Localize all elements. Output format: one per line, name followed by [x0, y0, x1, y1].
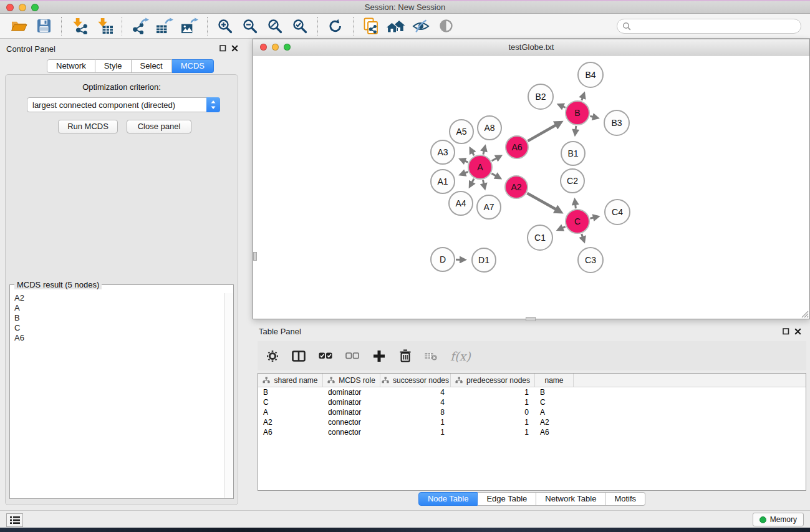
delete-table-button[interactable]	[425, 352, 437, 360]
edge-A6-B[interactable]	[528, 122, 561, 141]
zoom-fit-button[interactable]	[264, 16, 286, 36]
import-table-button[interactable]	[94, 16, 115, 36]
add-column-button[interactable]	[372, 349, 386, 363]
export-image-button[interactable]	[179, 16, 200, 36]
memory-button[interactable]: Memory	[753, 513, 804, 526]
edge-A-A4[interactable]	[470, 179, 475, 186]
node-A8[interactable]: A8	[478, 116, 501, 140]
edge-A-A5[interactable]	[470, 148, 474, 155]
network-vertical-scroll-thumb[interactable]	[253, 252, 257, 261]
node-A[interactable]: A	[468, 155, 492, 179]
node-B[interactable]: B	[566, 101, 589, 125]
table-row[interactable]: A6connector11A6	[258, 427, 806, 437]
deselect-all-button[interactable]	[345, 352, 359, 360]
float-panel-icon[interactable]	[219, 45, 226, 52]
column-header-successor-nodes[interactable]: successor nodes	[380, 374, 451, 387]
function-builder-button[interactable]: f(x)	[450, 349, 471, 363]
table-tab-node-table[interactable]: Node Table	[418, 492, 478, 506]
node-B1[interactable]: B1	[561, 142, 585, 165]
node-C1[interactable]: C1	[528, 225, 552, 250]
node-C2[interactable]: C2	[561, 169, 584, 193]
node-C4[interactable]: C4	[605, 200, 630, 225]
app-titlebar[interactable]: Session: New Session	[0, 0, 810, 14]
node-C[interactable]: C	[566, 210, 589, 233]
zoom-out-button[interactable]	[239, 16, 261, 36]
node-D1[interactable]: D1	[472, 248, 496, 272]
tab-mcds[interactable]: MCDS	[172, 59, 214, 73]
column-header-MCDS-role[interactable]: MCDS role	[323, 374, 380, 387]
edge-A-A1[interactable]	[461, 172, 468, 175]
search-box[interactable]	[617, 19, 801, 34]
node-A6[interactable]: A6	[506, 136, 528, 158]
table-tab-network-table[interactable]: Network Table	[536, 492, 605, 506]
node-A4[interactable]: A4	[449, 191, 473, 215]
table-settings-button[interactable]	[266, 350, 279, 362]
edge-A2-C[interactable]	[527, 193, 561, 212]
close-table-panel-icon[interactable]	[794, 328, 801, 335]
mcds-result-item-a6[interactable]: A6	[11, 333, 224, 343]
task-history-button[interactable]	[6, 513, 23, 527]
node-A3[interactable]: A3	[431, 140, 455, 164]
mcds-result-item-a[interactable]: A	[11, 303, 224, 313]
table-row[interactable]: Adominator80A	[258, 407, 806, 417]
home-button[interactable]	[385, 16, 407, 36]
mcds-result-item-a2[interactable]: A2	[11, 293, 224, 303]
table-tab-motifs[interactable]: Motifs	[605, 492, 645, 506]
window-resize-grip[interactable]	[801, 310, 809, 318]
open-session-button[interactable]	[8, 16, 29, 36]
save-session-button[interactable]	[33, 16, 54, 36]
edge-A-A3[interactable]	[461, 160, 468, 163]
edge-B-B2[interactable]	[559, 105, 566, 108]
criterion-select[interactable]: largest connected component (directed)	[27, 97, 220, 112]
refresh-button[interactable]	[325, 16, 346, 36]
hide-graphics-details-button[interactable]	[410, 16, 432, 36]
column-header-name[interactable]: name	[535, 374, 574, 387]
tab-select[interactable]: Select	[132, 59, 172, 73]
column-header-shared-name[interactable]: shared name	[258, 374, 323, 387]
node-B2[interactable]: B2	[528, 84, 553, 109]
export-table-button[interactable]	[154, 16, 175, 36]
select-all-button[interactable]	[319, 352, 332, 360]
mcds-result-item-c[interactable]: C	[11, 323, 224, 333]
table-row[interactable]: A2connector11A2	[258, 417, 806, 427]
node-D[interactable]: D	[431, 248, 455, 271]
tab-network[interactable]: Network	[47, 59, 95, 73]
run-mcds-button[interactable]: Run MCDS	[58, 120, 118, 133]
edge-C-C4[interactable]	[590, 216, 597, 218]
edge-C-C2[interactable]	[575, 200, 576, 208]
edge-A-A8[interactable]	[483, 147, 485, 154]
close-panel-icon[interactable]	[231, 45, 238, 52]
node-B3[interactable]: B3	[604, 110, 629, 135]
edge-C-C3[interactable]	[582, 234, 584, 241]
network-horizontal-scroll-thumb[interactable]	[526, 317, 536, 321]
edge-B-B1[interactable]	[575, 126, 576, 134]
node-A2[interactable]: A2	[505, 176, 528, 198]
edge-B-B4[interactable]	[582, 94, 584, 100]
duplicate-network-button[interactable]	[360, 16, 382, 36]
show-graphics-details-button[interactable]	[435, 16, 456, 36]
result-list-scrollbar[interactable]	[224, 293, 233, 498]
tab-style[interactable]: Style	[95, 59, 132, 73]
zoom-selected-button[interactable]	[289, 16, 311, 36]
delete-column-button[interactable]	[399, 349, 412, 362]
edge-A-A6[interactable]	[492, 156, 501, 161]
import-network-button[interactable]	[69, 16, 90, 36]
close-panel-button[interactable]: Close panel	[127, 120, 191, 133]
table-row[interactable]: Cdominator41C	[258, 397, 806, 407]
edge-B-B3[interactable]	[590, 116, 597, 118]
network-window-titlebar[interactable]: testGlobe.txt	[253, 39, 809, 56]
edge-A-A2[interactable]	[491, 173, 499, 178]
node-C3[interactable]: C3	[578, 248, 603, 273]
network-canvas[interactable]: B4B2BB3A5A8A6B1A3AC2A1A2A4A7C4CC1C3DD1	[253, 56, 809, 319]
node-A5[interactable]: A5	[450, 120, 473, 143]
edge-A-A7[interactable]	[483, 180, 485, 188]
column-header-predecessor-nodes[interactable]: predecessor nodes	[451, 374, 535, 387]
float-table-panel-icon[interactable]	[783, 328, 789, 335]
node-B4[interactable]: B4	[578, 62, 603, 87]
mcds-result-item-b[interactable]: B	[11, 313, 224, 323]
edge-C-C1[interactable]	[558, 226, 565, 230]
node-A1[interactable]: A1	[431, 170, 455, 193]
node-A7[interactable]: A7	[477, 195, 501, 219]
search-input[interactable]	[634, 22, 796, 31]
table-tab-edge-table[interactable]: Edge Table	[478, 492, 536, 506]
